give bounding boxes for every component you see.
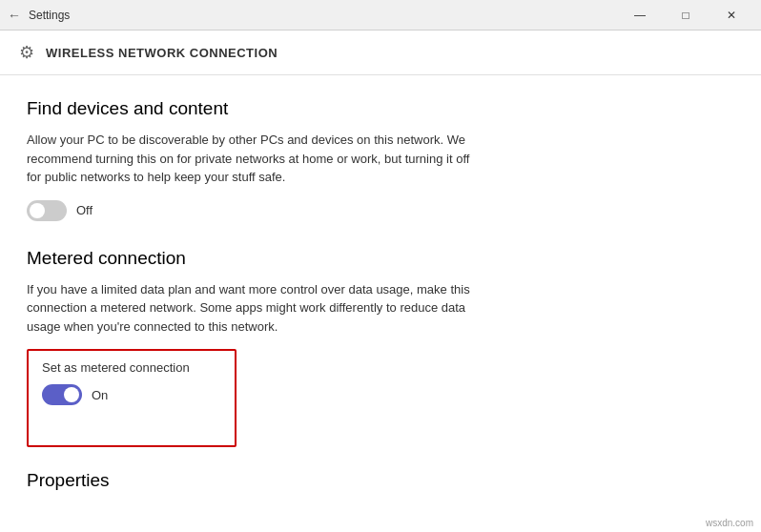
back-button[interactable]: ←: [8, 8, 21, 23]
find-devices-toggle-row: Off: [27, 200, 734, 221]
metered-toggle-label: On: [92, 388, 108, 402]
close-button[interactable]: ✕: [710, 0, 753, 31]
main-content: Find devices and content Allow your PC t…: [0, 75, 761, 532]
metered-connection-toggle[interactable]: [42, 384, 82, 405]
titlebar-left: ← Settings: [8, 8, 70, 23]
maximize-button[interactable]: □: [664, 0, 708, 31]
titlebar: ← Settings — □ ✕: [0, 0, 761, 31]
find-devices-title: Find devices and content: [27, 98, 734, 119]
find-devices-toggle[interactable]: [27, 200, 67, 221]
minimize-button[interactable]: —: [618, 0, 662, 31]
gear-icon: ⚙: [19, 42, 34, 63]
header-bar: ⚙ WIRELESS NETWORK CONNECTION: [0, 31, 761, 75]
metered-connection-box: Set as metered connection On: [27, 349, 237, 447]
titlebar-controls: — □ ✕: [618, 0, 753, 31]
page-title: WIRELESS NETWORK CONNECTION: [46, 46, 278, 60]
metered-connection-description: If you have a limited data plan and want…: [27, 280, 484, 337]
titlebar-title: Settings: [29, 9, 70, 22]
metered-box-label: Set as metered connection: [42, 360, 221, 375]
properties-title: Properties: [27, 470, 734, 491]
metered-connection-title: Metered connection: [27, 248, 734, 269]
find-devices-toggle-label: Off: [76, 203, 93, 217]
watermark: wsxdn.com: [706, 518, 753, 528]
find-devices-description: Allow your PC to be discoverable by othe…: [27, 131, 484, 187]
metered-toggle-row: On: [42, 384, 221, 405]
